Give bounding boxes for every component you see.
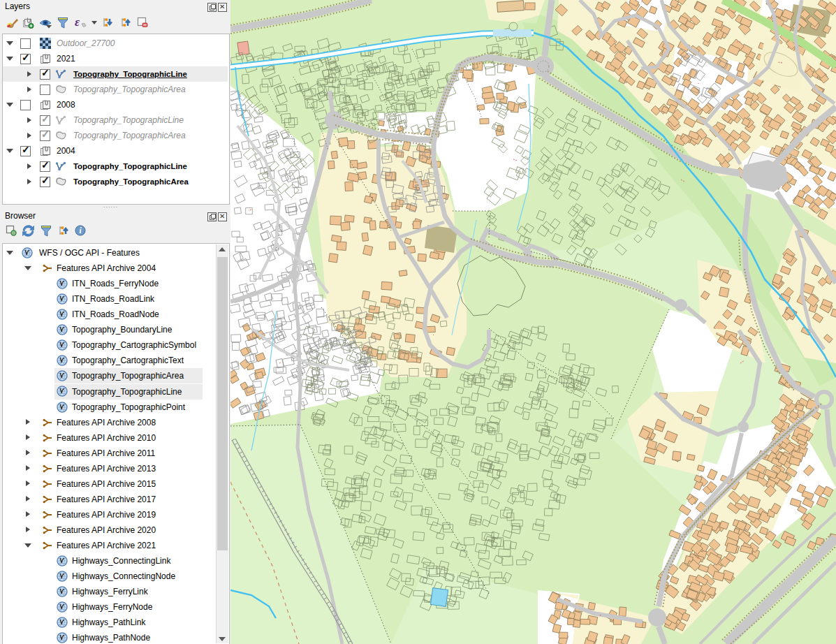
svg-text:ε: ε <box>75 17 80 29</box>
